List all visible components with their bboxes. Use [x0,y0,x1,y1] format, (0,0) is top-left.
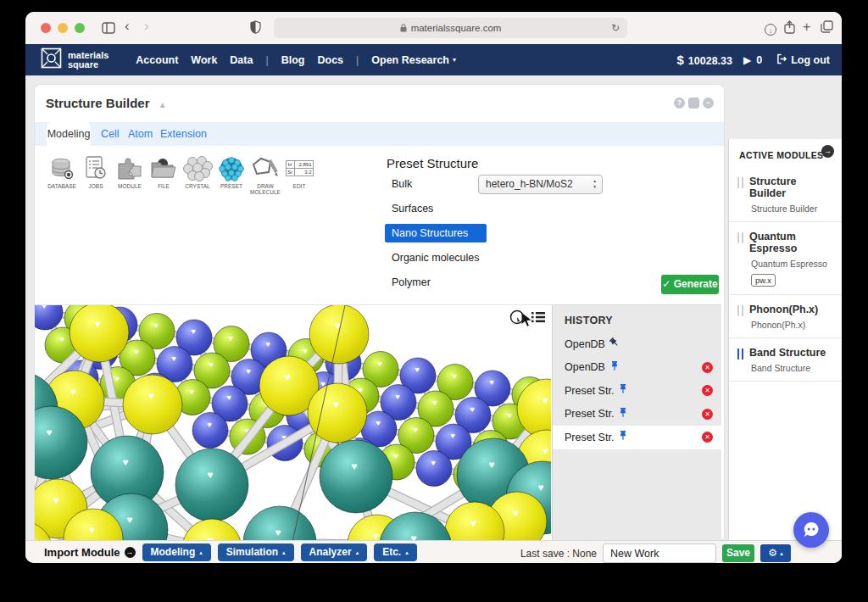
svg-text:♥: ♥ [70,386,76,398]
drag-handle-icon[interactable] [737,177,743,188]
drag-handle-icon[interactable] [737,305,743,316]
pin-icon[interactable] [618,431,628,443]
chat-bubble-icon [802,521,821,539]
svg-text:♥: ♥ [134,347,139,356]
etc-menu-button[interactable]: Etc.▴ [374,543,417,561]
matsq-logo[interactable]: materials square [41,47,108,72]
address-bar[interactable]: materialssquare.com ↻ [274,18,627,38]
nav-menu-open-research[interactable]: Open Research ▾ [371,54,456,66]
jobs-tool[interactable]: JOBS [79,154,113,196]
pin-icon[interactable] [618,384,628,397]
back-button[interactable]: ‹ [125,18,130,35]
running-jobs-indicator[interactable]: ▶ 0 [743,54,762,66]
dropdown-stepper-icon: ▴▾ [593,178,596,190]
history-item[interactable]: OpenDB [553,332,721,356]
chat-widget-button[interactable] [793,512,829,548]
collapse-sidebar-icon[interactable]: → [821,145,834,158]
close-icon[interactable]: ✕ [702,385,713,396]
edit-tool[interactable]: H2.891 Si3.2 EDIT [282,154,316,196]
close-icon[interactable]: ✕ [702,409,713,420]
caret-up-icon: ▴ [356,543,359,561]
svg-text:♥: ♥ [171,354,176,363]
pin-icon[interactable] [609,361,620,374]
drag-handle-icon[interactable] [737,232,743,243]
share-icon[interactable] [784,20,795,38]
simulation-menu-button[interactable]: Simulation▴ [218,543,294,561]
svg-text:♥: ♥ [432,398,437,407]
downloads-icon[interactable]: ↓ [765,20,776,37]
last-save-status: Last save : None [520,548,597,560]
category-organic-molecules[interactable]: Organic molecules [385,248,487,267]
file-tool[interactable]: FILE [147,154,181,196]
new-tab-icon[interactable]: + [803,19,810,36]
svg-text:♥: ♥ [89,524,95,536]
preset-dropdown[interactable]: hetero_h-BN/MoS2 ▴▾ [478,175,603,194]
tab-bar: Modeling Cell Atom Extension [35,122,724,146]
close-icon[interactable]: ✕ [702,432,713,443]
history-item[interactable]: OpenDB ✕ [553,356,721,380]
close-window-button[interactable] [41,23,51,33]
category-nano-structures[interactable]: Nano Structures [385,224,487,242]
drag-handle-icon[interactable] [737,348,743,360]
nav-link-work[interactable]: Work [191,54,217,66]
structure-viewer[interactable]: ♥♥♥♥♥♥♥♥♥♥♥♥♥♥♥♥♥♥♥♥♥♥♥♥♥♥♥♥♥♥♥♥♥♥♥♥♥♥♥♥… [35,304,552,541]
draw-molecule-tool[interactable]: DRAW MOLECULE [248,154,282,196]
modeling-menu-button[interactable]: Modeling▴ [142,543,211,561]
history-item[interactable]: Preset Str. ✕ [553,403,721,426]
svg-text:♥: ♥ [265,339,270,348]
logout-button[interactable]: Log out [776,53,830,68]
module-tool[interactable]: MODULE [113,154,147,196]
work-name-input[interactable] [603,543,716,563]
privacy-shield-icon[interactable] [250,20,261,38]
tab-modeling[interactable]: Modeling [47,122,91,146]
category-bulk[interactable]: Bulk [385,175,487,193]
svg-text:♥: ♥ [333,399,339,410]
preset-tool[interactable]: PRESET [214,154,248,196]
history-item-active[interactable]: Preset Str. ✕ [553,426,721,449]
panel-collapse-icon[interactable]: ▲ [159,100,167,109]
database-tool[interactable]: DATABASE [45,154,79,196]
close-icon[interactable]: ✕ [702,362,713,373]
zoom-window-button[interactable] [75,23,85,33]
pin-icon[interactable] [618,408,628,421]
minimize-window-button[interactable] [58,23,68,33]
crystal-tool[interactable]: CRYSTAL [181,154,214,196]
view-list-icon[interactable] [531,311,545,326]
settings-menu-button[interactable]: ⚙ ▴ [760,544,791,562]
view-orientation-icon[interactable] [509,309,525,328]
browser-titlebar: ‹ › materialssquare.com ↻ ↓ + [25,12,842,45]
tab-overview-icon[interactable] [821,20,833,37]
module-quantum-espresso[interactable]: Quantum Espresso Quantum Espresso pw.x [729,222,842,295]
nav-link-blog[interactable]: Blog [281,54,305,66]
note-icon[interactable] [688,98,699,109]
tab-atom[interactable]: Atom [128,122,153,146]
category-polymer[interactable]: Polymer [385,273,487,292]
tab-cell[interactable]: Cell [101,122,120,146]
minimize-panel-icon[interactable]: − [703,98,714,109]
history-panel: HISTORY OpenDB OpenDB ✕ Preset Str. [552,304,721,541]
tab-extension[interactable]: Extension [160,122,207,146]
module-band-structure[interactable]: Band Structure Band Structure [729,338,842,382]
jobs-icon [79,154,113,181]
reload-icon[interactable]: ↻ [611,22,620,34]
matsq-logo-icon [41,47,62,72]
play-icon: ▶ [743,54,751,66]
help-icon[interactable]: ? [674,98,685,109]
import-module-button[interactable]: Import Module → [44,546,136,559]
pin-icon[interactable] [609,337,620,350]
nav-link-account[interactable]: Account [136,54,178,66]
sidebar-toggle-icon[interactable] [102,21,115,38]
generate-button[interactable]: ✓ Generate [661,275,719,294]
category-surfaces[interactable]: Surfaces [385,199,487,218]
history-item[interactable]: Preset Str. ✕ [553,379,721,403]
module-phonon[interactable]: Phonon(Ph.x) Phonon(Ph.x) [729,295,842,338]
save-button[interactable]: Save [722,544,754,562]
check-icon: ✓ [662,278,670,290]
forward-button[interactable]: › [144,18,149,35]
analyzer-menu-button[interactable]: Analyzer▴ [301,543,368,561]
nav-link-docs[interactable]: Docs [317,54,343,66]
credit-balance[interactable]: $ 10028.33 [677,53,732,67]
module-structure-builder[interactable]: Structure Builder Structure Builder [729,167,842,222]
url-text: materialssquare.com [411,23,502,33]
nav-link-data[interactable]: Data [230,54,253,66]
